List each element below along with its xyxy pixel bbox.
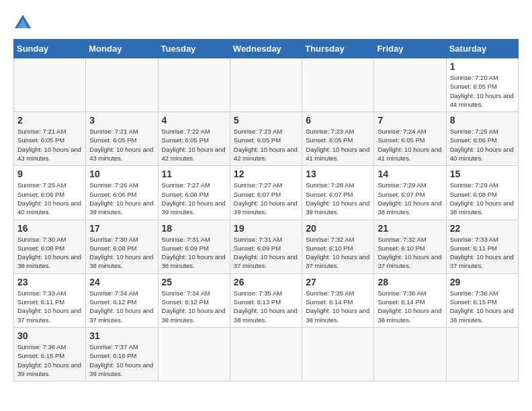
day-info: Sunrise: 7:23 AMSunset: 6:05 PMDaylight:… (234, 128, 298, 162)
day-number: 11 (162, 169, 226, 179)
logo (13, 13, 35, 32)
day-info: Sunrise: 7:31 AMSunset: 6:09 PMDaylight:… (162, 236, 226, 270)
day-cell: 4Sunrise: 7:22 AMSunset: 6:05 PMDaylight… (158, 112, 230, 166)
day-cell: 20Sunrise: 7:32 AMSunset: 6:10 PMDayligh… (302, 220, 374, 273)
header-sunday: Sunday (14, 40, 86, 58)
day-cell: 6Sunrise: 7:23 AMSunset: 6:05 PMDaylight… (302, 112, 374, 166)
day-info: Sunrise: 7:30 AMSunset: 6:08 PMDaylight:… (17, 236, 81, 270)
day-cell: 5Sunrise: 7:23 AMSunset: 6:05 PMDaylight… (230, 112, 302, 166)
day-number: 29 (450, 277, 515, 287)
empty-cell (374, 58, 446, 112)
day-info: Sunrise: 7:27 AMSunset: 6:06 PMDaylight:… (162, 181, 226, 216)
day-cell: 1Sunrise: 7:20 AMSunset: 6:05 PMDaylight… (446, 58, 518, 112)
day-info: Sunrise: 7:24 AMSunset: 6:05 PMDaylight:… (378, 128, 441, 162)
day-number: 8 (450, 115, 515, 126)
day-cell: 23Sunrise: 7:33 AMSunset: 6:11 PMDayligh… (14, 273, 86, 327)
day-cell: 12Sunrise: 7:27 AMSunset: 6:07 PMDayligh… (230, 166, 302, 220)
day-number: 12 (234, 169, 298, 179)
day-info: Sunrise: 7:25 AMSunset: 6:06 PMDaylight:… (450, 128, 514, 162)
day-cell: 2Sunrise: 7:21 AMSunset: 6:05 PMDaylight… (14, 112, 86, 166)
day-number: 15 (450, 169, 515, 179)
day-info: Sunrise: 7:26 AMSunset: 6:06 PMDaylight:… (89, 181, 153, 216)
header-wednesday: Wednesday (230, 40, 302, 58)
day-cell: 18Sunrise: 7:31 AMSunset: 6:09 PMDayligh… (158, 220, 230, 273)
day-cell: 14Sunrise: 7:29 AMSunset: 6:07 PMDayligh… (374, 166, 446, 220)
day-info: Sunrise: 7:36 AMSunset: 6:15 PMDaylight:… (450, 289, 514, 324)
day-info: Sunrise: 7:33 AMSunset: 6:11 PMDaylight:… (450, 236, 514, 270)
day-cell: 16Sunrise: 7:30 AMSunset: 6:08 PMDayligh… (14, 220, 86, 273)
day-info: Sunrise: 7:36 AMSunset: 6:15 PMDaylight:… (17, 343, 81, 377)
day-info: Sunrise: 7:36 AMSunset: 6:14 PMDaylight:… (378, 289, 441, 324)
day-cell: 17Sunrise: 7:30 AMSunset: 6:08 PMDayligh… (86, 220, 158, 273)
day-cell: 31Sunrise: 7:37 AMSunset: 6:16 PMDayligh… (86, 327, 158, 381)
day-cell: 24Sunrise: 7:34 AMSunset: 6:12 PMDayligh… (86, 273, 158, 327)
day-number: 3 (89, 115, 154, 126)
day-cell: 21Sunrise: 7:32 AMSunset: 6:10 PMDayligh… (374, 220, 446, 273)
day-number: 31 (89, 330, 154, 341)
empty-cell (302, 327, 374, 381)
empty-cell (86, 58, 158, 112)
day-number: 26 (234, 277, 298, 287)
day-number: 22 (450, 223, 515, 234)
header-thursday: Thursday (302, 40, 374, 58)
day-cell: 25Sunrise: 7:34 AMSunset: 6:12 PMDayligh… (158, 273, 230, 327)
day-number: 5 (234, 115, 298, 126)
day-cell: 10Sunrise: 7:26 AMSunset: 6:06 PMDayligh… (86, 166, 158, 220)
day-info: Sunrise: 7:25 AMSunset: 6:06 PMDaylight:… (17, 181, 81, 216)
day-info: Sunrise: 7:30 AMSunset: 6:08 PMDaylight:… (89, 236, 153, 270)
empty-cell (374, 327, 446, 381)
day-info: Sunrise: 7:28 AMSunset: 6:07 PMDaylight:… (306, 181, 369, 216)
day-info: Sunrise: 7:32 AMSunset: 6:10 PMDaylight:… (378, 236, 441, 270)
day-number: 13 (306, 169, 370, 179)
week-row: 1Sunrise: 7:20 AMSunset: 6:05 PMDaylight… (14, 58, 519, 112)
day-number: 21 (378, 223, 442, 234)
day-cell: 30Sunrise: 7:36 AMSunset: 6:15 PMDayligh… (14, 327, 86, 381)
day-number: 9 (17, 169, 82, 179)
day-info: Sunrise: 7:21 AMSunset: 6:05 PMDaylight:… (17, 128, 81, 162)
header-friday: Friday (374, 40, 446, 58)
header-tuesday: Tuesday (158, 40, 230, 58)
calendar-table: SundayMondayTuesdayWednesdayThursdayFrid… (13, 39, 519, 381)
empty-cell (302, 58, 374, 112)
header-row: SundayMondayTuesdayWednesdayThursdayFrid… (14, 40, 519, 58)
day-number: 6 (306, 115, 370, 126)
day-cell: 9Sunrise: 7:25 AMSunset: 6:06 PMDaylight… (14, 166, 86, 220)
day-info: Sunrise: 7:27 AMSunset: 6:07 PMDaylight:… (234, 181, 298, 216)
empty-cell (446, 327, 518, 381)
page-header (13, 13, 519, 32)
empty-cell (230, 327, 302, 381)
day-number: 16 (17, 223, 82, 234)
day-cell: 11Sunrise: 7:27 AMSunset: 6:06 PMDayligh… (158, 166, 230, 220)
empty-cell (230, 58, 302, 112)
day-number: 25 (162, 277, 226, 287)
day-number: 7 (378, 115, 442, 126)
empty-cell (158, 327, 230, 381)
day-number: 28 (378, 277, 442, 287)
day-info: Sunrise: 7:23 AMSunset: 6:05 PMDaylight:… (306, 128, 369, 162)
day-number: 23 (17, 277, 82, 287)
day-number: 20 (306, 223, 370, 234)
day-info: Sunrise: 7:35 AMSunset: 6:14 PMDaylight:… (306, 289, 369, 324)
logo-icon (13, 13, 32, 32)
day-info: Sunrise: 7:34 AMSunset: 6:12 PMDaylight:… (89, 289, 153, 324)
day-info: Sunrise: 7:29 AMSunset: 6:08 PMDaylight:… (450, 181, 514, 216)
day-info: Sunrise: 7:20 AMSunset: 6:05 PMDaylight:… (450, 74, 514, 108)
day-cell: 28Sunrise: 7:36 AMSunset: 6:14 PMDayligh… (374, 273, 446, 327)
day-cell: 29Sunrise: 7:36 AMSunset: 6:15 PMDayligh… (446, 273, 518, 327)
empty-cell (158, 58, 230, 112)
day-number: 17 (89, 223, 154, 234)
day-cell: 8Sunrise: 7:25 AMSunset: 6:06 PMDaylight… (446, 112, 518, 166)
week-row: 30Sunrise: 7:36 AMSunset: 6:15 PMDayligh… (14, 327, 519, 381)
day-info: Sunrise: 7:34 AMSunset: 6:12 PMDaylight:… (162, 289, 226, 324)
day-number: 1 (450, 61, 515, 72)
day-number: 18 (162, 223, 226, 234)
week-row: 9Sunrise: 7:25 AMSunset: 6:06 PMDaylight… (14, 166, 519, 220)
day-cell: 3Sunrise: 7:21 AMSunset: 6:05 PMDaylight… (86, 112, 158, 166)
day-cell: 26Sunrise: 7:35 AMSunset: 6:13 PMDayligh… (230, 273, 302, 327)
day-info: Sunrise: 7:37 AMSunset: 6:16 PMDaylight:… (89, 343, 153, 377)
day-info: Sunrise: 7:33 AMSunset: 6:11 PMDaylight:… (17, 289, 81, 324)
day-number: 2 (17, 115, 82, 126)
day-cell: 13Sunrise: 7:28 AMSunset: 6:07 PMDayligh… (302, 166, 374, 220)
day-cell: 15Sunrise: 7:29 AMSunset: 6:08 PMDayligh… (446, 166, 518, 220)
day-info: Sunrise: 7:29 AMSunset: 6:07 PMDaylight:… (378, 181, 441, 216)
